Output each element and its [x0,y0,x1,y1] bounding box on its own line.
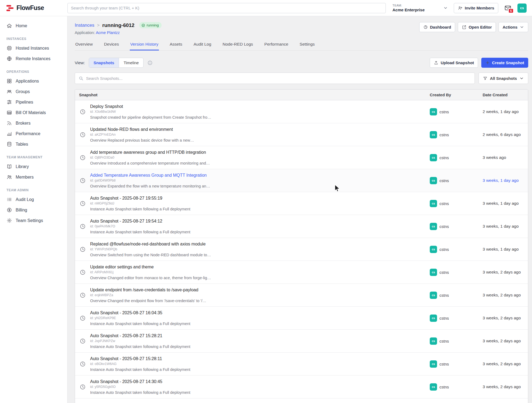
snapshot-row[interactable]: Auto Snapshot - 2025-08-27 15:28:11 id: … [75,353,528,375]
clock-icon [80,361,86,367]
snapshot-title[interactable]: Auto Snapshot - 2025-08-27 16:04:35 [90,310,427,315]
dashboard-button[interactable]: Dashboard [419,22,455,32]
tab-settings[interactable]: Settings [299,39,315,50]
snapshot-row[interactable]: Replaced @flowfuse/node-red-dashboard wi… [75,238,528,261]
sidebar-item-applications[interactable]: Applications [0,76,67,86]
home-icon [6,23,12,29]
snapshot-row[interactable]: Deploy Snapshot id: X3o6Bw1k9W Snapshot … [75,100,528,123]
snapshot-filter-dropdown[interactable]: All Snapshots [479,73,528,84]
tab-assets[interactable]: Assets [169,39,183,50]
author-avatar: cs [430,383,437,391]
sidebar-item-tables[interactable]: Tables [0,139,67,149]
sidebar-item-library[interactable]: Library [0,161,67,172]
pie-chart-icon [423,25,428,29]
snapshot-title[interactable]: Auto Snapshot - 2025-08-27 15:28:11 [90,356,427,361]
sidebar-item-performance[interactable]: Performance [0,128,67,139]
author-avatar: cs [430,177,437,184]
sidebar-item-hosted-instances[interactable]: Hosted Instances [0,43,67,53]
snapshot-title[interactable]: Updated Node-RED flows and environment [90,127,427,132]
snapshot-title[interactable]: Replaced @flowfuse/node-red-dashboard wi… [90,242,427,247]
sidebar-nav: HomeINSTANCESHosted InstancesRemote Inst… [0,16,67,403]
tab-version-history[interactable]: Version History [130,39,159,50]
snapshot-id: id: 0jwPAXMk7O [90,224,427,228]
snapshot-row[interactable]: Added Temperature Awareness Group and MQ… [75,169,528,192]
sidebar-item-billing[interactable]: Billing [0,205,67,215]
tab-node-red-logs[interactable]: Node-RED Logs [222,39,254,50]
snapshot-row[interactable]: Add HTTP endpoint for saving credentials… [75,398,528,403]
user-avatar[interactable]: cs [517,4,527,13]
snapshot-row[interactable]: Auto Snapshot - 2025-08-27 15:28:21 id: … [75,330,528,353]
author-name: cstns [439,362,449,366]
snapshot-title[interactable]: Auto Snapshot - 2025-08-27 15:28:21 [90,333,427,338]
snapshot-title[interactable]: Added Temperature Awareness Group and MQ… [90,173,427,178]
snapshot-row[interactable]: Auto Snapshot - 2025-08-27 16:04:35 id: … [75,307,528,330]
actions-label: Actions [503,25,517,29]
tab-audit-log[interactable]: Audit Log [193,39,212,50]
author-avatar: cs [430,269,437,276]
snapshot-title[interactable]: Auto Snapshot - 2025-08-27 19:55:19 [90,196,427,201]
snapshot-title[interactable]: Deploy Snapshot [90,104,427,109]
actions-button[interactable]: Actions [499,22,528,32]
snapshot-title[interactable]: Update editor settings and theme [90,265,427,269]
snapshot-search-input[interactable] [86,76,471,81]
snapshot-id: id: eojkWlBPZa [90,293,427,297]
team-selector[interactable]: TEAM: Acme Enterprise [393,4,448,12]
open-editor-button[interactable]: Open Editor [458,22,496,32]
database-icon [6,141,12,147]
author-avatar: cs [430,315,437,322]
snapshot-row[interactable]: Auto Snapshot - 2025-08-27 19:54:12 id: … [75,215,528,238]
snapshot-date: 3 weeks, 2 days ago [480,361,528,366]
snapshot-description: Overview Switched from using the Node-RE… [90,253,427,257]
snapshot-row[interactable]: Update editor settings and theme id: AlR… [75,261,528,284]
snapshot-description: Instance Auto Snapshot taken following a… [90,344,427,349]
sidebar-item-pipelines[interactable]: Pipelines [0,97,67,107]
snapshot-row[interactable]: Add temperature awareness group and HTTP… [75,146,528,169]
snapshot-row[interactable]: Updated Node-RED flows and environment i… [75,123,528,146]
sidebar-item-label: Bill Of Materials [16,110,46,115]
snapshot-title[interactable]: Auto Snapshot - 2025-08-27 19:54:12 [90,219,427,224]
book-icon [6,164,12,169]
application-link[interactable]: Acme Plantzz [96,30,120,35]
notifications-button[interactable]: 5 [504,4,511,12]
flowfuse-logo[interactable]: FlowFuse [0,4,67,12]
chart-bar-icon [6,131,12,136]
status-badge: running [139,22,162,28]
create-snapshot-button[interactable]: Create Snapshot [481,58,528,68]
created-by-cell: cs cstns [427,315,480,322]
author-avatar: cs [430,154,437,161]
snapshot-row[interactable]: Auto Snapshot - 2025-08-27 19:55:19 id: … [75,192,528,215]
snapshot-title[interactable]: Update endpoint from /save-credentials t… [90,288,427,292]
snapshot-description: Overview Introduced a comprehensive temp… [90,161,427,165]
snapshot-row[interactable]: Auto Snapshot - 2025-08-27 14:30:45 id: … [75,375,528,398]
sidebar-item-groups[interactable]: Groups [0,86,67,97]
author-name: cstns [439,132,449,137]
global-search-input[interactable] [67,3,386,13]
sidebar-item-remote-instances[interactable]: Remote Instances [0,53,67,64]
sidebar-item-team-settings[interactable]: Team Settings [0,215,67,226]
toggle-snapshots[interactable]: Snapshots [89,58,119,67]
logo-text: FlowFuse [16,4,44,12]
sidebar-item-audit-log[interactable]: Audit Log [0,194,67,205]
snapshot-id: id: aKZPYvEDAn [90,133,427,136]
toggle-timeline[interactable]: Timeline [119,58,143,67]
created-by-cell: cs cstns [427,154,480,161]
sidebar-item-members[interactable]: Members [0,172,67,182]
sidebar-item-home[interactable]: Home [0,21,67,31]
snapshot-title[interactable]: Auto Snapshot - 2025-08-27 14:30:45 [90,379,427,384]
author-name: cstns [439,339,449,343]
info-icon[interactable] [147,60,153,66]
upload-snapshot-button[interactable]: Upload Snapshot [430,58,478,68]
author-avatar: cs [430,360,437,368]
sidebar-item-bill-of-materials[interactable]: Bill Of Materials [0,107,67,118]
snapshot-title[interactable]: Add temperature awareness group and HTTP… [90,150,427,155]
snapshot-row[interactable]: Update endpoint from /save-credentials t… [75,284,528,307]
tab-performance[interactable]: Performance [264,39,289,50]
gear-icon [6,218,12,223]
snapshot-id: id: yN2DReKP9E [90,316,427,320]
breadcrumb-instances-link[interactable]: Instances [75,23,94,28]
tab-devices[interactable]: Devices [104,39,120,50]
invite-members-button[interactable]: Invite Members [454,3,498,13]
tab-overview[interactable]: Overview [75,39,93,50]
upload-snapshot-label: Upload Snapshot [441,60,474,65]
sidebar-item-brokers[interactable]: Brokers [0,118,67,128]
